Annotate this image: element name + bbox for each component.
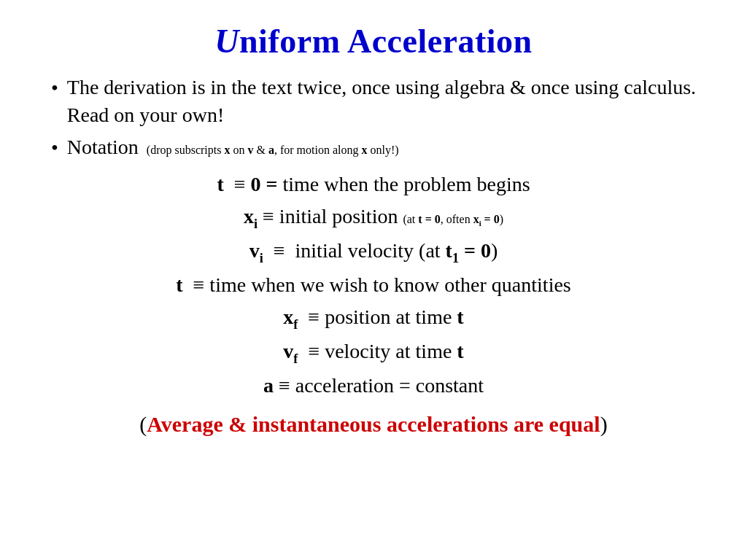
def-vf: vf ≡ velocity at time t (283, 336, 463, 369)
def-vi: vi ≡ initial velocity (at t1 = 0) (249, 236, 498, 268)
def-t-zero: t ≡ 0 = time when the problem begins (217, 169, 530, 200)
bottom-statement: (Average & instantaneous accelerations a… (44, 412, 703, 437)
bullet-dot-2: • (51, 135, 58, 161)
bullet-list: • The derivation is in the text twice, o… (51, 74, 703, 166)
def-a: a ≡ acceleration = constant (263, 370, 484, 401)
slide: Uniform Acceleration • The derivation is… (0, 0, 747, 560)
notation-small: (drop subscripts x on v & a, for motion … (144, 144, 399, 156)
def-xi: xi ≡ initial position (at t = 0, often x… (244, 201, 503, 234)
def-xf: xf ≡ position at time t (283, 302, 463, 335)
bullet-dot-1: • (51, 75, 58, 101)
bullet-item-1: • The derivation is in the text twice, o… (51, 74, 703, 129)
def-t-general: t ≡ time when we wish to know other quan… (176, 270, 570, 300)
bullet-text-2: Notation (drop subscripts x on v & a, fo… (67, 133, 399, 161)
red-bold-text: Average & instantaneous accelerations ar… (147, 412, 600, 436)
bullet-text-1: The derivation is in the text twice, onc… (67, 74, 703, 129)
definitions-block: t ≡ 0 = time when the problem begins xi … (44, 168, 703, 402)
slide-title: Uniform Acceleration (44, 22, 703, 61)
notation-label: Notation (67, 136, 139, 158)
bullet-item-2: • Notation (drop subscripts x on v & a, … (51, 133, 703, 161)
